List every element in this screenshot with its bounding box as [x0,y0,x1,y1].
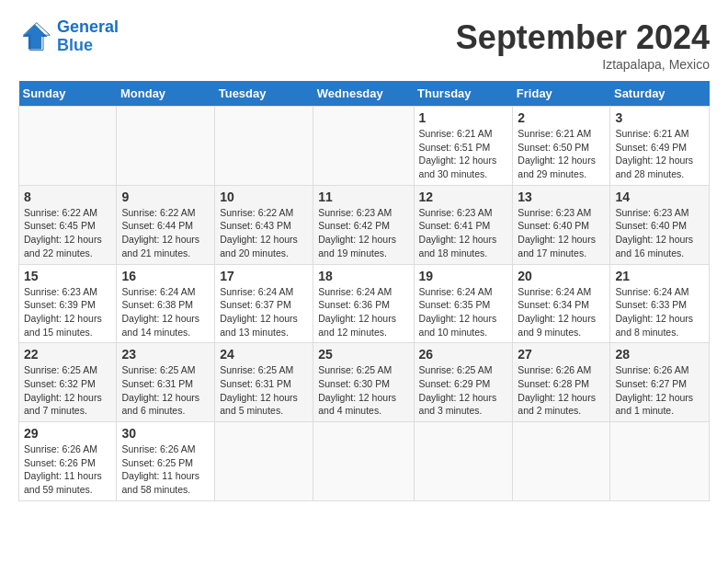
calendar-cell [215,107,313,186]
day-of-week-header: Saturday [610,81,710,107]
calendar-cell [19,107,117,186]
calendar-cell: 16 Sunrise: 6:24 AM Sunset: 6:38 PM Dayl… [117,264,215,343]
calendar-cell: 22 Sunrise: 6:25 AM Sunset: 6:32 PM Dayl… [19,343,117,422]
calendar-cell [215,422,313,501]
calendar-cell: 25 Sunrise: 6:25 AM Sunset: 6:30 PM Dayl… [313,343,414,422]
calendar-cell: 11 Sunrise: 6:23 AM Sunset: 6:42 PM Dayl… [313,185,414,264]
calendar-cell: 27 Sunrise: 6:26 AM Sunset: 6:28 PM Dayl… [513,343,610,422]
calendar-cell [513,422,610,501]
calendar-cell: 23 Sunrise: 6:25 AM Sunset: 6:31 PM Dayl… [117,343,215,422]
day-info: Sunrise: 6:25 AM Sunset: 6:29 PM Dayligh… [419,363,508,418]
day-info: Sunrise: 6:26 AM Sunset: 6:27 PM Dayligh… [615,363,704,418]
location: Iztapalapa, Mexico [456,57,710,72]
day-info: Sunrise: 6:23 AM Sunset: 6:40 PM Dayligh… [518,206,605,260]
calendar-table: SundayMondayTuesdayWednesdayThursdayFrid… [18,81,710,501]
day-info: Sunrise: 6:24 AM Sunset: 6:37 PM Dayligh… [220,285,308,339]
day-info: Sunrise: 6:25 AM Sunset: 6:30 PM Dayligh… [318,363,408,418]
day-number: 21 [615,269,704,283]
logo-icon [18,20,51,53]
logo: GeneralBlue [18,18,119,55]
calendar-cell: 14 Sunrise: 6:23 AM Sunset: 6:40 PM Dayl… [610,185,710,264]
logo-text: GeneralBlue [57,18,119,55]
day-info: Sunrise: 6:22 AM Sunset: 6:44 PM Dayligh… [121,206,210,260]
calendar-cell: 15 Sunrise: 6:23 AM Sunset: 6:39 PM Dayl… [19,264,117,343]
day-number: 19 [419,269,508,283]
day-number: 13 [518,190,605,204]
day-info: Sunrise: 6:26 AM Sunset: 6:28 PM Dayligh… [518,363,605,418]
calendar-cell: 18 Sunrise: 6:24 AM Sunset: 6:36 PM Dayl… [313,264,414,343]
calendar-cell: 17 Sunrise: 6:24 AM Sunset: 6:37 PM Dayl… [215,264,313,343]
calendar-cell: 9 Sunrise: 6:22 AM Sunset: 6:44 PM Dayli… [117,185,215,264]
day-number: 10 [220,190,308,204]
day-info: Sunrise: 6:22 AM Sunset: 6:45 PM Dayligh… [24,206,111,260]
day-number: 28 [615,347,704,362]
day-of-week-header: Thursday [414,81,513,107]
day-number: 1 [419,110,508,125]
calendar-cell: 3 Sunrise: 6:21 AM Sunset: 6:49 PM Dayli… [610,107,710,186]
calendar-cell: 1 Sunrise: 6:21 AM Sunset: 6:51 PM Dayli… [414,107,513,186]
day-number: 18 [318,269,408,283]
day-number: 11 [318,190,408,204]
calendar-cell: 10 Sunrise: 6:22 AM Sunset: 6:43 PM Dayl… [215,185,313,264]
title-block: September 2024 Iztapalapa, Mexico [456,18,710,72]
day-info: Sunrise: 6:23 AM Sunset: 6:40 PM Dayligh… [615,206,704,260]
day-info: Sunrise: 6:24 AM Sunset: 6:35 PM Dayligh… [419,285,508,339]
day-number: 9 [121,190,210,204]
day-number: 16 [121,269,210,283]
calendar-cell [414,422,513,501]
month-title: September 2024 [456,18,710,57]
day-info: Sunrise: 6:24 AM Sunset: 6:34 PM Dayligh… [518,285,605,339]
day-number: 23 [121,347,210,362]
calendar-cell: 12 Sunrise: 6:23 AM Sunset: 6:41 PM Dayl… [414,185,513,264]
day-number: 24 [220,347,308,362]
calendar-cell: 13 Sunrise: 6:23 AM Sunset: 6:40 PM Dayl… [513,185,610,264]
day-info: Sunrise: 6:26 AM Sunset: 6:25 PM Dayligh… [121,442,210,497]
day-number: 29 [24,426,111,441]
day-info: Sunrise: 6:21 AM Sunset: 6:49 PM Dayligh… [615,127,704,181]
day-info: Sunrise: 6:24 AM Sunset: 6:38 PM Dayligh… [121,285,210,339]
calendar-cell: 24 Sunrise: 6:25 AM Sunset: 6:31 PM Dayl… [215,343,313,422]
day-number: 22 [24,347,111,362]
day-number: 20 [518,269,605,283]
day-of-week-header: Monday [117,81,215,107]
calendar-cell: 30 Sunrise: 6:26 AM Sunset: 6:25 PM Dayl… [117,422,215,501]
day-info: Sunrise: 6:25 AM Sunset: 6:31 PM Dayligh… [220,363,308,418]
calendar-cell: 19 Sunrise: 6:24 AM Sunset: 6:35 PM Dayl… [414,264,513,343]
day-number: 26 [419,347,508,362]
calendar-cell [313,107,414,186]
day-number: 25 [318,347,408,362]
calendar-cell: 20 Sunrise: 6:24 AM Sunset: 6:34 PM Dayl… [513,264,610,343]
day-number: 8 [24,190,111,204]
calendar-cell: 8 Sunrise: 6:22 AM Sunset: 6:45 PM Dayli… [19,185,117,264]
day-info: Sunrise: 6:22 AM Sunset: 6:43 PM Dayligh… [220,206,308,260]
calendar-cell [117,107,215,186]
day-info: Sunrise: 6:21 AM Sunset: 6:51 PM Dayligh… [419,127,508,181]
day-info: Sunrise: 6:26 AM Sunset: 6:26 PM Dayligh… [24,442,111,497]
calendar-cell: 28 Sunrise: 6:26 AM Sunset: 6:27 PM Dayl… [610,343,710,422]
day-info: Sunrise: 6:24 AM Sunset: 6:36 PM Dayligh… [318,285,408,339]
day-info: Sunrise: 6:23 AM Sunset: 6:41 PM Dayligh… [419,206,508,260]
calendar-cell: 21 Sunrise: 6:24 AM Sunset: 6:33 PM Dayl… [610,264,710,343]
day-of-week-header: Sunday [19,81,117,107]
page-header: GeneralBlue September 2024 Iztapalapa, M… [18,18,710,72]
day-of-week-header: Tuesday [215,81,313,107]
day-number: 17 [220,269,308,283]
day-number: 14 [615,190,704,204]
day-info: Sunrise: 6:23 AM Sunset: 6:39 PM Dayligh… [24,285,111,339]
day-number: 27 [518,347,605,362]
day-number: 30 [121,426,210,441]
day-number: 3 [615,110,704,125]
day-info: Sunrise: 6:25 AM Sunset: 6:31 PM Dayligh… [121,363,210,418]
day-number: 15 [24,269,111,283]
day-info: Sunrise: 6:21 AM Sunset: 6:50 PM Dayligh… [518,127,605,181]
calendar-cell: 2 Sunrise: 6:21 AM Sunset: 6:50 PM Dayli… [513,107,610,186]
day-of-week-header: Wednesday [313,81,414,107]
day-info: Sunrise: 6:25 AM Sunset: 6:32 PM Dayligh… [24,363,111,418]
calendar-cell [313,422,414,501]
day-info: Sunrise: 6:24 AM Sunset: 6:33 PM Dayligh… [615,285,704,339]
calendar-cell: 26 Sunrise: 6:25 AM Sunset: 6:29 PM Dayl… [414,343,513,422]
calendar-cell [610,422,710,501]
day-number: 2 [518,110,605,125]
day-of-week-header: Friday [513,81,610,107]
calendar-cell: 29 Sunrise: 6:26 AM Sunset: 6:26 PM Dayl… [19,422,117,501]
